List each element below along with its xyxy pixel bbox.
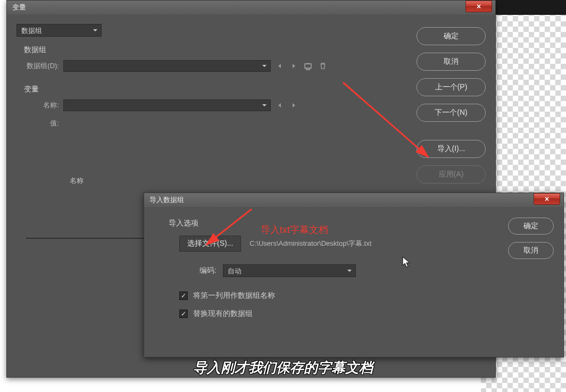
- import-ok-button[interactable]: 确定: [508, 218, 554, 235]
- svg-marker-3: [293, 103, 295, 107]
- value-field-label: 值:: [29, 119, 59, 128]
- trash-icon[interactable]: [318, 61, 328, 71]
- check-icon: ✓: [181, 310, 186, 318]
- annotation-red-text: 导入txt字幕文档: [261, 223, 328, 236]
- close-button[interactable]: ×: [465, 1, 492, 12]
- checkbox-first-col[interactable]: ✓: [179, 291, 188, 300]
- svg-marker-0: [278, 64, 281, 68]
- list-header-name: 名称: [16, 176, 486, 186]
- svg-marker-1: [293, 64, 295, 68]
- type-selector[interactable]: 数据组: [16, 24, 102, 37]
- ok-button[interactable]: 确定: [417, 27, 486, 45]
- variables-title: 变量: [12, 3, 26, 12]
- check-icon: ✓: [181, 292, 186, 299]
- next-arrow-icon[interactable]: [289, 61, 298, 71]
- save-floppy-icon[interactable]: [303, 61, 313, 71]
- name-next-arrow-icon[interactable]: [289, 101, 298, 110]
- datagroup-label: 数据组(D):: [16, 61, 59, 71]
- close-icon: ×: [545, 195, 549, 203]
- import-cancel-button[interactable]: 取消: [508, 242, 554, 259]
- import-titlebar[interactable]: 导入数据组 ×: [144, 193, 563, 207]
- select-file-button[interactable]: 选择文件(S)...: [179, 236, 241, 252]
- datagroup-select[interactable]: [63, 60, 271, 72]
- import-side-buttons: 确定 取消: [508, 218, 554, 259]
- name-field-label: 名称:: [29, 101, 59, 110]
- import-close-button[interactable]: ×: [534, 193, 560, 205]
- checkbox-first-col-label: 将第一列用作数据组名称: [193, 291, 275, 301]
- cancel-button[interactable]: 取消: [417, 53, 486, 71]
- close-icon: ×: [477, 2, 481, 11]
- prev-arrow-icon[interactable]: [275, 61, 285, 71]
- import-title: 导入数据组: [149, 195, 184, 205]
- svg-marker-2: [278, 103, 281, 107]
- name-prev-arrow-icon[interactable]: [275, 101, 285, 110]
- checkbox-replace-label: 替换现有的数据组: [193, 309, 253, 319]
- file-path-text: C:\Users\Administrator\Desktop\字幕.txt: [249, 239, 371, 248]
- variables-titlebar[interactable]: 变量 ×: [7, 1, 495, 14]
- checkbox-replace[interactable]: ✓: [179, 310, 188, 318]
- encode-label: 编码:: [179, 266, 217, 276]
- import-dialog: 导入数据组 × 导入选项 选择文件(S)... C:\Users\Adminis…: [144, 193, 564, 357]
- import-button[interactable]: 导入(I)...: [417, 140, 486, 158]
- apply-button[interactable]: 应用(A): [417, 165, 486, 184]
- next-button[interactable]: 下一个(N): [417, 104, 486, 122]
- type-selector-wrap: 数据组: [16, 24, 102, 37]
- encode-select[interactable]: 自动: [223, 264, 356, 277]
- import-options-label: 导入选项: [169, 219, 550, 228]
- import-body: 导入选项 选择文件(S)... C:\Users\Administrator\D…: [144, 207, 563, 357]
- prev-button[interactable]: 上一个(P): [417, 78, 486, 96]
- main-side-buttons: 确定 取消 上一个(P) 下一个(N) 导入(I)... 应用(A): [417, 27, 486, 184]
- name-select[interactable]: [63, 99, 271, 111]
